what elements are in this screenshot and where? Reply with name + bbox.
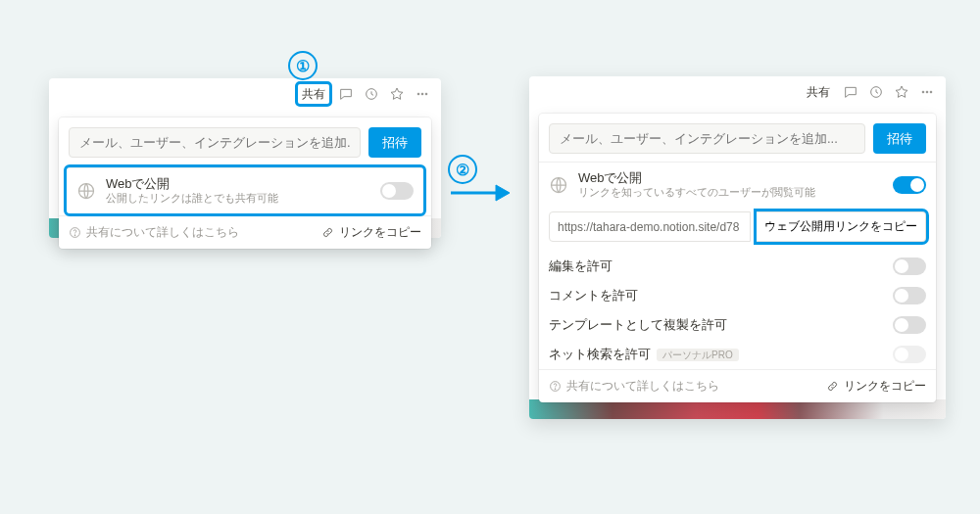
more-icon[interactable] [918, 83, 936, 101]
svg-point-1 [417, 93, 419, 95]
share-button[interactable]: 共有 [298, 84, 329, 104]
comment-icon[interactable] [842, 83, 859, 101]
star-icon[interactable] [893, 83, 910, 101]
learn-more-label: 共有について詳しくはこちら [86, 224, 239, 241]
publish-text: Webで公開 公開したリンクは誰とでも共有可能 [106, 176, 370, 206]
publish-toggle[interactable] [380, 182, 414, 200]
invite-input[interactable] [69, 127, 361, 158]
step-badge-1: ① [288, 51, 318, 80]
svg-point-11 [930, 91, 932, 93]
publish-title: Webで公開 [106, 176, 370, 192]
share-popover-collapsed: 共有 招待 Webで公開 公開したリンクは誰とでも共有可能 共有について詳しくは… [49, 78, 441, 238]
perm-label: コメントを許可 [549, 287, 638, 304]
invite-button[interactable]: 招待 [368, 127, 421, 158]
share-card-expanded: 招待 Webで公開 リンクを知っているすべてのユーザーが閲覧可能 ウェブ公開用リ… [539, 114, 936, 402]
public-link-row: ウェブ公開用リンクをコピー [539, 208, 936, 252]
perm-toggle-disabled [893, 346, 926, 363]
publish-toggle[interactable] [893, 176, 926, 194]
pro-badge: パーソナルPRO [657, 349, 739, 361]
help-icon [69, 226, 81, 239]
share-footer: 共有について詳しくはこちら リンクをコピー [539, 369, 936, 402]
invite-button[interactable]: 招待 [873, 123, 926, 154]
public-url-field[interactable] [549, 211, 751, 242]
perm-allow-search-index: ネット検索を許可パーソナルPRO [539, 340, 936, 369]
page-toolbar: 共有 [49, 78, 441, 108]
arrow-icon [451, 182, 510, 208]
globe-icon [76, 181, 96, 201]
learn-more-link[interactable]: 共有について詳しくはこちら [549, 378, 719, 395]
learn-more-link[interactable]: 共有について詳しくはこちら [69, 224, 239, 241]
share-footer: 共有について詳しくはこちら リンクをコピー [59, 215, 431, 249]
svg-point-9 [922, 91, 924, 93]
publish-web-row[interactable]: Webで公開 リンクを知っているすべてのユーザーが閲覧可能 [539, 162, 936, 208]
clock-icon[interactable] [363, 85, 380, 103]
publish-subtitle: リンクを知っているすべてのユーザーが閲覧可能 [578, 186, 883, 200]
perm-allow-comment: コメントを許可 [539, 281, 936, 310]
share-popover-expanded: 共有 招待 Webで公開 リンクを知っているすべてのユーザーが閲覧可能 ウェブ公… [529, 76, 946, 419]
copy-link-button[interactable]: リンクをコピー [826, 378, 926, 395]
share-button[interactable]: 共有 [803, 82, 834, 102]
globe-icon [549, 175, 568, 195]
svg-point-2 [421, 93, 423, 95]
invite-input[interactable] [549, 123, 865, 154]
publish-web-row[interactable]: Webで公開 公開したリンクは誰とでも共有可能 [67, 167, 423, 213]
perm-allow-duplicate: テンプレートとして複製を許可 [539, 310, 936, 340]
comment-icon[interactable] [337, 85, 355, 103]
copy-link-button[interactable]: リンクをコピー [321, 224, 421, 241]
perm-allow-edit: 編集を許可 [539, 252, 936, 281]
page-toolbar: 共有 [529, 76, 946, 106]
help-icon [549, 380, 562, 393]
perm-label: 編集を許可 [549, 257, 612, 275]
copy-public-link-button[interactable]: ウェブ公開用リンクをコピー [757, 211, 926, 242]
link-icon [826, 380, 839, 393]
svg-point-6 [74, 235, 75, 236]
perm-label: テンプレートとして複製を許可 [549, 316, 727, 334]
perm-toggle[interactable] [893, 257, 926, 275]
share-card-collapsed: 招待 Webで公開 公開したリンクは誰とでも共有可能 共有について詳しくはこちら… [59, 117, 431, 249]
publish-title: Webで公開 [578, 170, 883, 186]
link-icon [321, 226, 334, 239]
perm-toggle[interactable] [893, 316, 926, 334]
svg-point-14 [555, 389, 556, 390]
cover-strip [529, 399, 946, 419]
copy-link-label: リンクをコピー [844, 378, 926, 395]
publish-text: Webで公開 リンクを知っているすべてのユーザーが閲覧可能 [578, 170, 883, 200]
clock-icon[interactable] [867, 83, 885, 101]
star-icon[interactable] [388, 85, 406, 103]
svg-point-10 [926, 91, 928, 93]
invite-row: 招待 [539, 114, 936, 162]
perm-label: ネット検索を許可パーソナルPRO [549, 346, 739, 363]
more-icon[interactable] [414, 85, 431, 103]
step-badge-2: ② [448, 155, 477, 184]
learn-more-label: 共有について詳しくはこちら [566, 378, 719, 395]
publish-subtitle: 公開したリンクは誰とでも共有可能 [106, 192, 370, 206]
invite-row: 招待 [59, 117, 431, 165]
svg-point-3 [425, 93, 427, 95]
copy-link-label: リンクをコピー [339, 224, 421, 241]
perm-toggle[interactable] [893, 287, 926, 304]
